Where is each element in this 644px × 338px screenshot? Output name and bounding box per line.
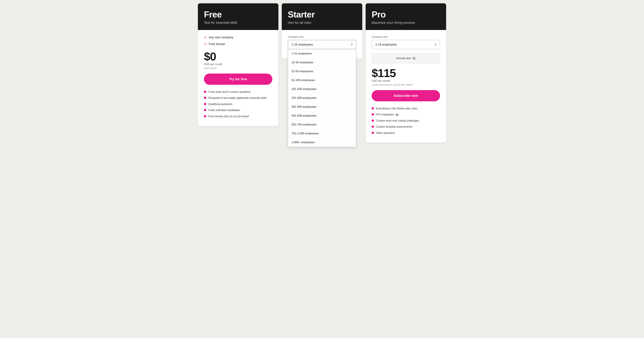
dropdown-option-10[interactable]: 751-1,000 employees [288, 129, 356, 138]
starter-company-size-select[interactable]: 1-15 employees [288, 40, 356, 49]
checkmark-icon-2: ✓ [204, 42, 207, 46]
free-feature-3: Qualifying questions [204, 102, 272, 106]
dropdown-option-3[interactable]: 31-50 employees [288, 67, 356, 76]
free-plan-body: ✓ Any size company ✓ Free forever $0 USD… [198, 30, 278, 126]
free-check-1: ✓ Any size company [204, 35, 272, 39]
pro-price-period: USD per month [372, 79, 440, 82]
free-plan-title: Free [204, 9, 272, 19]
pro-select-wrapper: 1-15 employees ⇩ [372, 40, 440, 49]
starter-plan-body: Company size 1-15 employees ⇧ 1-15 emplo… [282, 30, 362, 59]
free-price-period: USD per month [204, 63, 272, 66]
pro-cta-button[interactable]: Subscribe now [372, 90, 440, 101]
annual-plan-label: Annual plan [396, 57, 411, 60]
pro-feature-list: Everything in the Starter plan, plus... … [372, 107, 440, 135]
feature-dot [204, 109, 206, 111]
starter-select-wrapper: 1-15 employees ⇧ 1-15 employees 16-30 em… [288, 40, 356, 49]
free-plan-card: Free Test for essential skills ✓ Any siz… [198, 3, 278, 126]
starter-plan-card: Starter Hire for all roles Company size … [282, 3, 362, 59]
pro-feature-5: Video questions [372, 131, 440, 135]
pro-feature-2: ATS integration ? [372, 113, 440, 116]
dropdown-option-5[interactable]: 101-200 employees [288, 85, 356, 94]
pro-price-section: $115 USD per month 1-year commitment, pa… [372, 67, 440, 86]
annual-plan-toggle[interactable]: Annual plan ? [372, 53, 440, 63]
starter-plan-subtitle: Hire for all roles [288, 21, 356, 25]
free-feature-2: Designed to test widely applicable essen… [204, 96, 272, 100]
pro-feature-4: Custom branded assessments [372, 125, 440, 129]
feature-dot [372, 119, 374, 122]
feature-dot [204, 115, 206, 117]
pro-price-amount: $115 [372, 67, 440, 79]
starter-company-size-label: Company size [288, 35, 356, 38]
pro-plan-card: Pro Maximize your hiring process Company… [366, 3, 446, 143]
free-checks: ✓ Any size company ✓ Free forever [204, 35, 272, 46]
feature-dot [204, 97, 206, 99]
ats-info-icon: ? [396, 113, 399, 116]
pro-company-size-label: Company size [372, 35, 440, 38]
pro-plan-title: Pro [372, 9, 440, 19]
dropdown-option-11[interactable]: 1,000+ employees [288, 138, 356, 147]
dropdown-option-6[interactable]: 201-300 employees [288, 94, 356, 103]
pro-company-size-select[interactable]: 1-15 employees [372, 40, 440, 49]
free-price-amount: $0 [204, 51, 272, 62]
free-price-section: $0 USD per month Free forever [204, 51, 272, 69]
feature-dot [372, 107, 374, 110]
free-feature-list: 5 free tests and 5 custom questions Desi… [204, 90, 272, 118]
pro-plan-header: Pro Maximize your hiring process [366, 3, 446, 30]
free-plan-header: Free Test for essential skills [198, 3, 278, 30]
free-feature-5: Post remote jobs on our job board [204, 115, 272, 118]
feature-dot [372, 132, 374, 134]
pro-feature-1: Everything in the Starter plan, plus... [372, 107, 440, 110]
checkmark-icon-1: ✓ [204, 35, 207, 39]
free-feature-4: Invite unlimited candidates [204, 108, 272, 112]
feature-dot [372, 126, 374, 128]
dropdown-option-9[interactable]: 501-750 employees [288, 120, 356, 129]
feature-dot [372, 113, 374, 116]
free-check-2: ✓ Free forever [204, 42, 272, 46]
pro-feature-3: Custom tests and coding challenges [372, 119, 440, 123]
dropdown-option-4[interactable]: 51-100 employees [288, 76, 356, 85]
free-feature-1: 5 free tests and 5 custom questions [204, 90, 272, 94]
dropdown-option-8[interactable]: 401-500 employees [288, 111, 356, 120]
starter-plan-header: Starter Hire for all roles [282, 3, 362, 30]
feature-dot [204, 91, 206, 93]
pro-plan-subtitle: Maximize your hiring process [372, 21, 440, 25]
pricing-container: Free Test for essential skills ✓ Any siz… [196, 3, 448, 143]
dropdown-option-1[interactable]: 1-15 employees [288, 49, 356, 58]
dropdown-option-7[interactable]: 301-400 employees [288, 103, 356, 111]
free-plan-subtitle: Test for essential skills [204, 21, 272, 25]
pro-price-note: 1-year commitment, pay $1,380 upfront [372, 83, 440, 86]
starter-dropdown-menu: 1-15 employees 16-30 employees 31-50 emp… [288, 49, 356, 147]
free-cta-button[interactable]: Try for free [204, 74, 272, 85]
dropdown-option-2[interactable]: 16-30 employees [288, 58, 356, 67]
starter-plan-title: Starter [288, 9, 356, 19]
info-icon: ? [412, 57, 416, 60]
feature-dot [204, 103, 206, 105]
pro-plan-body: Company size 1-15 employees ⇩ Annual pla… [366, 30, 446, 143]
free-price-note: Free forever [204, 67, 272, 69]
